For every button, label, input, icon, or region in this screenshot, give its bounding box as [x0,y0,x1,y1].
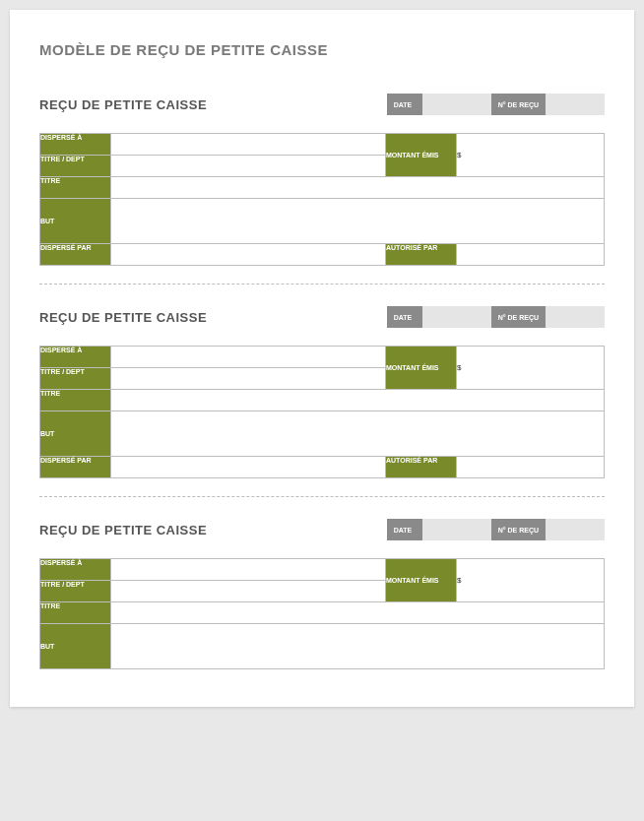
receipt-heading: REÇU DE PETITE CAISSE [39,523,387,537]
purpose-input[interactable] [111,411,605,457]
title-input[interactable] [111,390,605,411]
authorized-by-label: AUTORISÉ PAR [386,457,457,478]
purpose-label: BUT [40,199,111,244]
divider [39,496,605,497]
dispersed-by-label: DISPERSÉ PAR [40,244,111,266]
receipt-no-label: N° DE REÇU [491,94,546,115]
title-dept-input[interactable] [111,581,386,602]
purpose-label: BUT [40,624,111,669]
amount-label: MONTANT ÉMIS [386,347,457,390]
date-input[interactable] [422,519,491,540]
amount-input[interactable]: $ [457,559,605,602]
title-dept-input[interactable] [111,156,386,177]
title-label: TITRE [40,390,111,411]
receipt-meta: DATE N° DE REÇU [387,519,605,540]
page-title: MODÈLE DE REÇU DE PETITE CAISSE [39,41,605,58]
purpose-label: BUT [40,411,111,457]
receipt-block-1: REÇU DE PETITE CAISSE DATE N° DE REÇU DI… [39,94,605,266]
receipt-heading: REÇU DE PETITE CAISSE [39,310,387,325]
dispersed-to-label: DISPERSÉ À [40,347,111,368]
amount-label: MONTANT ÉMIS [386,559,457,602]
dispersed-by-input[interactable] [111,457,386,478]
page: MODÈLE DE REÇU DE PETITE CAISSE REÇU DE … [10,10,634,707]
receipt-meta: DATE N° DE REÇU [387,94,605,115]
purpose-input[interactable] [111,199,605,244]
receipt-header: REÇU DE PETITE CAISSE DATE N° DE REÇU [39,94,605,115]
purpose-input[interactable] [111,624,605,669]
authorized-by-label: AUTORISÉ PAR [386,244,457,266]
date-label: DATE [387,519,422,540]
receipt-no-input[interactable] [546,94,605,115]
title-dept-input[interactable] [111,368,386,390]
receipt-no-label: N° DE REÇU [491,519,546,540]
receipt-block-2: REÇU DE PETITE CAISSE DATE N° DE REÇU DI… [39,306,605,478]
dispersed-to-input[interactable] [111,559,386,581]
receipt-form-table: DISPERSÉ À MONTANT ÉMIS $ TITRE / DEPT T… [39,133,605,266]
dispersed-to-input[interactable] [111,134,386,156]
receipt-no-input[interactable] [546,306,605,328]
receipt-header: REÇU DE PETITE CAISSE DATE N° DE REÇU [39,306,605,328]
date-label: DATE [387,306,422,328]
receipt-meta: DATE N° DE REÇU [387,306,605,328]
dispersed-by-label: DISPERSÉ PAR [40,457,111,478]
title-input[interactable] [111,177,605,199]
receipt-block-3: REÇU DE PETITE CAISSE DATE N° DE REÇU DI… [39,519,605,669]
dispersed-to-label: DISPERSÉ À [40,559,111,581]
receipt-heading: REÇU DE PETITE CAISSE [39,97,387,112]
title-dept-label: TITRE / DEPT [40,581,111,602]
receipt-no-label: N° DE REÇU [491,306,546,328]
amount-input[interactable]: $ [457,134,605,177]
authorized-by-input[interactable] [457,244,605,266]
receipt-form-table: DISPERSÉ À MONTANT ÉMIS $ TITRE / DEPT T… [39,558,605,669]
date-input[interactable] [422,306,491,328]
title-label: TITRE [40,602,111,624]
amount-label: MONTANT ÉMIS [386,134,457,177]
receipt-form-table: DISPERSÉ À MONTANT ÉMIS $ TITRE / DEPT T… [39,346,605,478]
date-label: DATE [387,94,422,115]
divider [39,284,605,284]
dispersed-by-input[interactable] [111,244,386,266]
receipt-no-input[interactable] [546,519,605,540]
amount-input[interactable]: $ [457,347,605,390]
dispersed-to-label: DISPERSÉ À [40,134,111,156]
title-label: TITRE [40,177,111,199]
title-dept-label: TITRE / DEPT [40,368,111,390]
authorized-by-input[interactable] [457,457,605,478]
dispersed-to-input[interactable] [111,347,386,368]
title-dept-label: TITRE / DEPT [40,156,111,177]
receipt-header: REÇU DE PETITE CAISSE DATE N° DE REÇU [39,519,605,540]
title-input[interactable] [111,602,605,624]
date-input[interactable] [422,94,491,115]
